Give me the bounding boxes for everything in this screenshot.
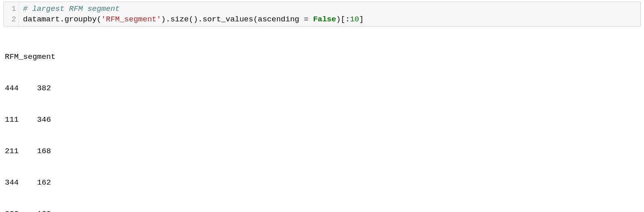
output-segment: 233 — [5, 210, 19, 212]
code-token: . — [60, 15, 64, 24]
line-number: 2 — [7, 14, 16, 25]
code-token: ) — [161, 15, 166, 24]
output-row: 344 162 — [5, 177, 639, 188]
output-row: 233 132 — [5, 209, 639, 212]
code-cell[interactable]: 1 2 # largest RFM segment datamart.group… — [3, 2, 641, 27]
code-token: ( — [96, 15, 101, 24]
output-segment: 444 — [5, 84, 19, 93]
code-token: ( — [253, 15, 258, 24]
output-header: RFM_segment — [5, 52, 639, 62]
code-line-1: # largest RFM segment — [23, 4, 636, 14]
code-token: . — [198, 15, 202, 24]
output-value: 168 — [37, 147, 51, 156]
code-token: = — [304, 15, 313, 24]
code-token: [: — [341, 15, 350, 24]
code-token: ( — [189, 15, 193, 24]
output-segment: 111 — [5, 115, 19, 124]
code-string: 'RFM_segment' — [101, 15, 161, 24]
code-token: . — [166, 15, 170, 24]
line-number: 1 — [7, 4, 16, 14]
output-row: 444 382 — [5, 83, 639, 94]
output-value: 382 — [37, 84, 51, 93]
code-token: size — [170, 15, 189, 24]
code-token: ) — [336, 15, 340, 24]
code-token: groupby — [65, 15, 97, 24]
code-line-2: datamart.groupby('RFM_segment').size().s… — [23, 14, 636, 25]
code-token: datamart — [23, 15, 60, 24]
output-value: 162 — [37, 178, 51, 187]
code-token: ] — [359, 15, 363, 24]
code-body[interactable]: # largest RFM segment datamart.groupby('… — [19, 2, 640, 26]
code-token: ascending — [258, 15, 304, 24]
code-comment: # largest RFM segment — [23, 4, 120, 13]
output-segment: 211 — [5, 147, 19, 156]
output-area: RFM_segment 444 382 111 346 211 168 344 … — [0, 31, 644, 212]
output-row: 211 168 — [5, 146, 639, 156]
output-segment: 344 — [5, 178, 19, 187]
output-value: 132 — [37, 210, 51, 212]
output-row: 111 346 — [5, 114, 639, 125]
code-token: sort_values — [203, 15, 253, 24]
code-number: 10 — [350, 15, 359, 24]
code-token: ) — [193, 15, 198, 24]
code-gutter: 1 2 — [4, 2, 19, 26]
code-keyword: False — [313, 15, 336, 24]
output-value: 346 — [37, 115, 51, 124]
